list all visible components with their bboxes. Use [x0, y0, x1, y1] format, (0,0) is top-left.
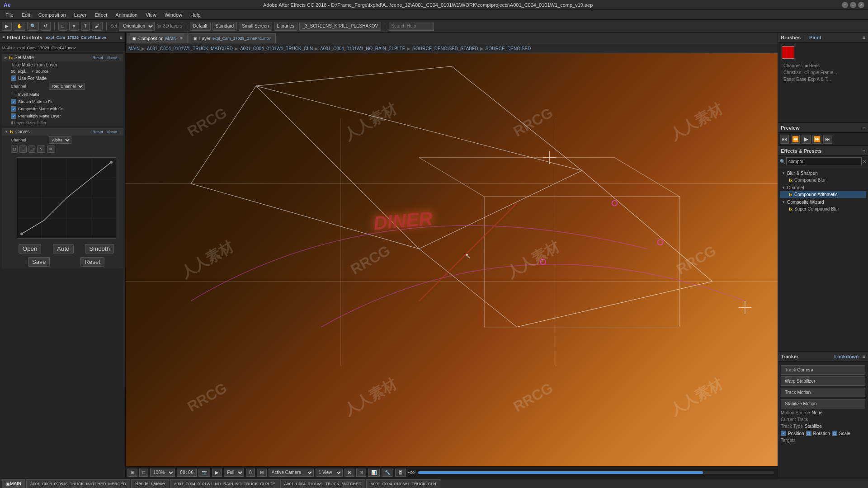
curve-tool-1[interactable]: □ — [11, 145, 18, 153]
channel-header[interactable]: ▼ Channel — [780, 184, 866, 191]
viewer-opts-btn[interactable]: ⊟ — [257, 469, 267, 477]
curve-tool-4[interactable]: ∿ — [37, 145, 45, 153]
compound-blur-item[interactable]: fx Compound Blur — [780, 177, 866, 183]
menu-effect[interactable]: Effect — [91, 11, 111, 19]
premultiply-row[interactable]: ✓ Premultiply Matte Layer — [9, 113, 123, 120]
viewer-safe-btn[interactable]: □ — [139, 469, 148, 477]
open-btn[interactable]: Open — [19, 244, 42, 253]
quality-select[interactable]: Full — [224, 469, 244, 477]
timeline-tab-main[interactable]: ▣ MAIN — [2, 479, 25, 488]
bpc-btn[interactable]: 8 — [246, 469, 255, 477]
auto-btn[interactable]: Auto — [53, 244, 73, 253]
menu-window[interactable]: Window — [161, 11, 186, 19]
default-btn[interactable]: Default — [190, 22, 211, 31]
invert-checkbox[interactable] — [11, 92, 16, 97]
curves-channel-select[interactable]: Alpha — [49, 136, 71, 144]
viewer-toggle-5[interactable]: 🎛 — [395, 469, 406, 477]
search-clear-icon[interactable]: ✕ — [863, 159, 866, 164]
preview-play-btn[interactable]: ▶ — [802, 135, 811, 144]
foreground-swatch[interactable] — [782, 46, 794, 59]
breadcrumb-2[interactable]: A001_C004_0101W1_TRUCK_CLN — [240, 46, 313, 51]
timecode-display[interactable]: 00:06 — [177, 469, 197, 477]
timeline-tab-no-rain[interactable]: A001_C004_0101W1_NO_RAIN_NO_TRUCK_CLPLTE — [170, 479, 279, 488]
lockdown-label[interactable]: Lockdown — [834, 354, 859, 359]
preview-prev-btn[interactable]: ⏪ — [791, 135, 800, 144]
stretch-checkbox[interactable]: ✓ — [11, 99, 16, 104]
right-top-menu[interactable]: ≡ — [863, 35, 865, 40]
reset-curve-btn[interactable]: Reset — [80, 257, 104, 267]
curves-reset-btn[interactable]: Reset — [92, 130, 103, 134]
ram-preview-btn[interactable]: ▶ — [212, 469, 222, 477]
menu-composition[interactable]: Composition — [35, 11, 70, 19]
breadcrumb-1[interactable]: A001_C004_0101W1_TRUCK_MATCHED — [147, 46, 233, 51]
menu-file[interactable]: File — [2, 11, 17, 19]
effects-search-input[interactable] — [786, 157, 862, 165]
warp-stabilizer-btn[interactable]: Warp Stabilizer — [781, 376, 865, 386]
close-button[interactable]: ✕ — [858, 2, 864, 8]
menu-edit[interactable]: Edit — [18, 11, 34, 19]
timeline-tab-truck-cln[interactable]: A001_C004_0101W1_TRUCK_CLN — [366, 479, 440, 488]
curve-editor[interactable] — [17, 157, 116, 239]
compound-arithmetic-item[interactable]: fx Compound Arithmetic — [780, 191, 866, 198]
curve-tool-3[interactable]: □ — [28, 145, 35, 153]
channel-select[interactable]: Red Channel — [49, 83, 85, 90]
tool-select[interactable]: ▶ — [2, 22, 12, 31]
preview-first-btn[interactable]: ⏮ — [780, 135, 789, 144]
tracker-menu[interactable]: ≡ — [863, 354, 865, 359]
layer-tab[interactable]: ▣ Layer expl_Cam_17029_CineF41.mov — [189, 33, 276, 43]
stabilize-motion-btn[interactable]: Stabilize Motion — [781, 399, 865, 408]
timeline-tab-truck-matched[interactable]: A001_C004_0101W1_TRUCK_MATCHED — [280, 479, 366, 488]
orientation-select[interactable]: Orientation — [119, 22, 155, 31]
breadcrumb-5[interactable]: SOURCE_DENOISED — [486, 46, 531, 51]
track-camera-btn[interactable]: Track Camera — [781, 365, 865, 375]
track-motion-btn[interactable]: Track Motion — [781, 388, 865, 397]
timeline-tab-merged[interactable]: A001_C008_090516_TRUCK_MATCHED_MERGED — [26, 479, 130, 488]
curve-tool-5[interactable]: ✏ — [47, 145, 55, 153]
small-screen-btn[interactable]: Small Screen — [239, 22, 272, 31]
tool-zoom[interactable]: 🔍 — [27, 22, 39, 31]
tool-paint[interactable]: 🖌 — [92, 22, 103, 31]
set-matte-header[interactable]: ▶ fx Set Matte Reset About... — [2, 54, 123, 61]
super-compound-blur-item[interactable]: fx Super Compound Blur — [780, 206, 866, 212]
views-select[interactable]: 1 View — [316, 469, 343, 477]
preview-menu[interactable]: ≡ — [863, 125, 865, 131]
zoom-select[interactable]: 100% — [150, 469, 175, 477]
paint-tab[interactable]: Paint — [809, 35, 821, 40]
use-for-matte-row[interactable]: ✓ Use For Matte — [9, 75, 123, 82]
use-matte-checkbox[interactable]: ✓ — [11, 75, 16, 81]
brushes-tab[interactable]: Brushes — [781, 35, 801, 40]
composite-wizard-header[interactable]: ▼ Composite Wizard — [780, 199, 866, 206]
scale-checkbox[interactable]: □ — [832, 431, 837, 436]
menu-animation[interactable]: Animation — [112, 11, 141, 19]
workspace-btn[interactable]: _3_SCREENS_KIRILL_PLESHAKOV — [299, 22, 381, 31]
invert-row[interactable]: Invert Matte — [9, 91, 123, 98]
viewer-toggle-2[interactable]: ⊡ — [356, 469, 366, 477]
composite-checkbox[interactable]: ✓ — [11, 106, 16, 112]
viewer-grid-btn[interactable]: ⊞ — [127, 469, 137, 477]
standard-btn[interactable]: Standard — [212, 22, 237, 31]
about-btn[interactable]: About... — [107, 56, 121, 60]
maximize-button[interactable]: □ — [850, 2, 856, 8]
breadcrumb-3[interactable]: A001_C004_0101W1_NO_RAIN_CLPLTE — [320, 46, 405, 51]
stretch-row[interactable]: ✓ Stretch Matte to Fit — [9, 98, 123, 105]
tool-hand[interactable]: ✋ — [14, 22, 25, 31]
curve-tool-2[interactable]: □ — [19, 145, 26, 153]
curves-about-btn[interactable]: About... — [107, 130, 121, 134]
smooth-btn[interactable]: Smooth — [85, 244, 114, 253]
rotation-checkbox[interactable]: □ — [806, 431, 811, 436]
breadcrumb-4[interactable]: SOURCE_DENOISED_STABED — [412, 46, 478, 51]
premultiply-checkbox[interactable]: ✓ — [11, 113, 16, 119]
menu-view[interactable]: View — [142, 11, 160, 19]
panel-menu-icon[interactable]: ≡ — [120, 35, 123, 40]
search-help-input[interactable] — [389, 22, 434, 31]
curves-header[interactable]: ▼ fx Curves Reset About... — [2, 128, 123, 136]
minimize-button[interactable]: ─ — [842, 2, 848, 8]
comp-tab-main[interactable]: ▣ Composition MAIN ≡ — [127, 33, 188, 43]
tool-text[interactable]: T — [81, 22, 90, 31]
position-checkbox[interactable]: ✓ — [781, 431, 786, 436]
tool-rect[interactable]: □ — [58, 22, 67, 31]
effects-menu[interactable]: ≡ — [863, 148, 865, 154]
libraries-btn[interactable]: Libraries — [274, 22, 297, 31]
viewer-toggle-3[interactable]: 📊 — [368, 469, 380, 477]
tool-rotate[interactable]: ↺ — [41, 22, 51, 31]
